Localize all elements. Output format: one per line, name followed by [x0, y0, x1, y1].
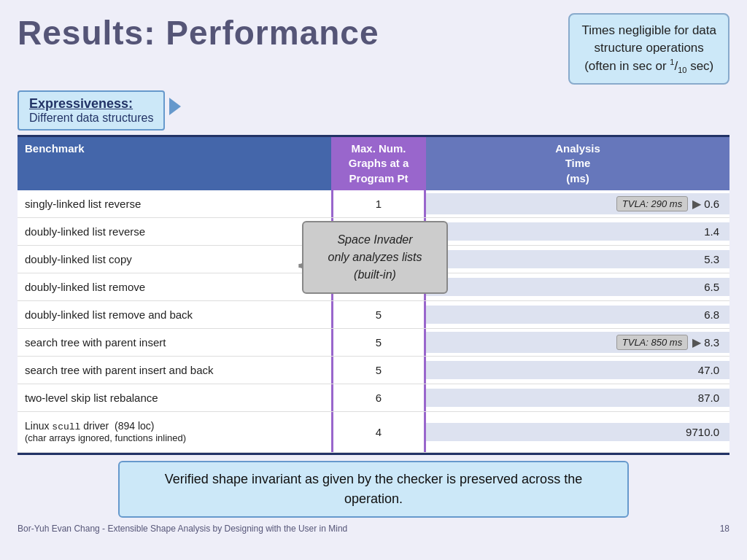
table-row: two-level skip list rebalance 6 87.0 — [18, 384, 729, 412]
top-section: Expressiveness: Different data structure… — [18, 90, 729, 131]
col-analysis: 1.4 — [426, 222, 729, 241]
expressiveness-box: Expressiveness: Different data structure… — [18, 90, 165, 131]
table-area: Benchmark Max. Num.Graphs at aProgram Pt… — [18, 135, 729, 455]
slide: Results: Performance Times negligible fo… — [0, 0, 747, 560]
expressiveness-title: Expressiveness: — [29, 96, 153, 112]
col-graphs: 5 — [331, 301, 426, 328]
page-number: 18 — [720, 524, 729, 534]
table-body: singly-linked list reverse 1 TVLA: 290 m… — [18, 190, 729, 455]
col-benchmark: search tree with parent insert — [18, 333, 331, 351]
expressiveness-subtitle: Different data structures — [29, 112, 153, 125]
col-benchmark: two-level skip list rebalance — [18, 389, 331, 407]
tvla-badge-2: TVLA: 850 ms — [616, 335, 688, 350]
col-benchmark: doubly-linked list remove and back — [18, 306, 331, 324]
col-graphs: 1 — [331, 190, 426, 217]
space-invader-popup: Space Invader only analyzes lists (built… — [302, 221, 448, 294]
table-row: search tree with parent insert 5 TVLA: 8… — [18, 329, 729, 357]
col-benchmark: doubly-linked list copy — [18, 250, 331, 268]
table-header: Benchmark Max. Num.Graphs at aProgram Pt… — [18, 135, 729, 190]
col-benchmark: doubly-linked list reverse — [18, 222, 331, 241]
col-analysis: 9710.0 — [426, 423, 729, 441]
col-benchmark: singly-linked list reverse — [18, 195, 331, 213]
col-analysis: 87.0 — [426, 389, 729, 407]
tvla-arrow-1: ▶ — [692, 197, 701, 211]
col-benchmark-linux: Linux scull driver (894 loc) (char array… — [18, 417, 331, 446]
col-benchmark: search tree with parent insert and back — [18, 361, 331, 379]
tvla-badge-1: TVLA: 290 ms — [616, 196, 688, 211]
table-row: doubly-linked list remove and back 5 6.8 — [18, 301, 729, 329]
times-box: Times negligible for data structure oper… — [568, 13, 729, 85]
table-row: search tree with parent insert and back … — [18, 357, 729, 384]
col-graphs: 6 — [331, 384, 426, 411]
bottom-box: Verified shape invariant as given by the… — [118, 461, 629, 518]
expressiveness-arrow — [169, 98, 181, 115]
col-graphs: 4 — [331, 412, 426, 452]
col-analysis: 6.5 — [426, 278, 729, 296]
col-graphs: 5 — [331, 329, 426, 356]
th-graphs: Max. Num.Graphs at aProgram Pt — [331, 137, 426, 190]
table-row-linux: Linux scull driver (894 loc) (char array… — [18, 412, 729, 453]
col-analysis: TVLA: 290 ms ▶ 0.6 — [426, 193, 729, 214]
col-analysis: 5.3 — [426, 250, 729, 268]
header-row: Results: Performance Times negligible fo… — [18, 13, 729, 85]
slide-title: Results: Performance — [18, 13, 379, 52]
th-benchmark: Benchmark — [18, 137, 331, 190]
col-analysis: 47.0 — [426, 361, 729, 379]
table-row: singly-linked list reverse 1 TVLA: 290 m… — [18, 190, 729, 218]
tvla-arrow-2: ▶ — [692, 335, 701, 349]
col-analysis: TVLA: 850 ms ▶ 8.3 — [426, 332, 729, 353]
col-graphs: 5 — [331, 357, 426, 384]
footer-text: Bor-Yuh Evan Chang - Extensible Shape An… — [18, 524, 347, 534]
th-analysis: AnalysisTime(ms) — [426, 137, 729, 190]
col-analysis: 6.8 — [426, 306, 729, 324]
col-benchmark: doubly-linked list remove — [18, 278, 331, 296]
footer: Bor-Yuh Evan Chang - Extensible Shape An… — [18, 524, 729, 534]
